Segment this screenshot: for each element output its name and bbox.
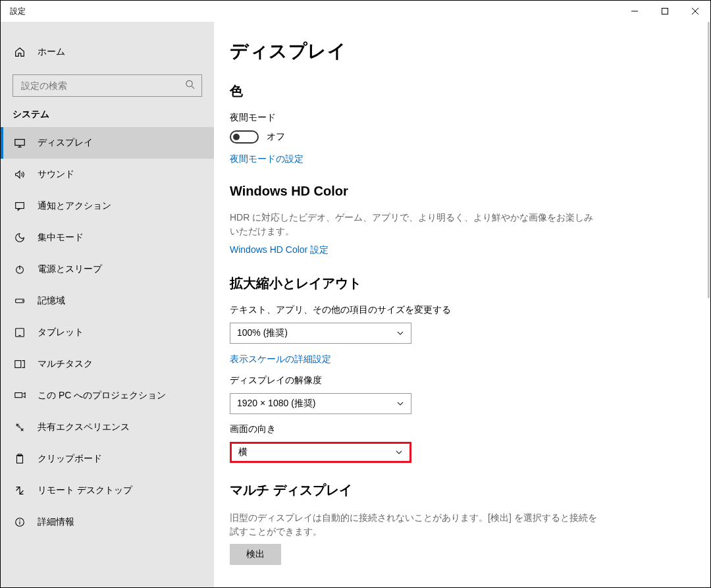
sidebar: ホーム システム ディスプレイ サウンド [1,22,214,587]
sidebar-item-projection[interactable]: この PC へのプロジェクション [1,380,214,412]
svg-point-13 [19,520,20,521]
minimize-button[interactable] [619,1,650,22]
sidebar-item-label: 集中モード [38,232,84,244]
night-mode-state: オフ [267,131,285,143]
search-wrap [1,68,214,109]
orientation-label: 画面の向き [230,423,705,435]
resolution-label: ディスプレイの解像度 [230,375,705,387]
scrollbar-thumb[interactable] [708,22,710,298]
sidebar-item-label: マルチタスク [38,358,93,370]
text-size-label: テキスト、アプリ、その他の項目のサイズを変更する [230,304,705,316]
sidebar-item-label: 通知とアクション [38,200,111,212]
home-label: ホーム [38,46,65,58]
text-size-value: 100% (推奨) [237,327,288,339]
svg-rect-10 [17,456,23,464]
hdcolor-settings-link[interactable]: Windows HD Color 設定 [230,244,329,256]
info-icon [14,516,26,528]
home-button[interactable]: ホーム [1,36,214,68]
svg-rect-2 [15,140,24,146]
resolution-dropdown[interactable]: 1920 × 1080 (推奨) [230,393,411,414]
minimize-icon [631,8,638,14]
search-box[interactable] [13,74,202,97]
sidebar-item-label: ディスプレイ [38,137,93,149]
remote-icon [14,485,26,496]
search-icon [185,80,195,92]
section-multi-heading: マルチ ディスプレイ [230,481,705,499]
body: ホーム システム ディスプレイ サウンド [1,22,710,587]
sidebar-item-sound[interactable]: サウンド [1,159,214,190]
sidebar-item-storage[interactable]: 記憶域 [1,285,214,317]
orientation-dropdown[interactable]: 横 [230,442,411,463]
night-mode-settings-link[interactable]: 夜間モードの設定 [230,153,303,165]
night-mode-label: 夜間モード [230,112,705,124]
titlebar: 設定 [1,1,710,22]
sidebar-item-shared[interactable]: 共有エクスペリエンス [1,412,214,443]
sidebar-item-label: 電源とスリープ [38,263,102,275]
sidebar-item-label: 共有エクスペリエンス [38,421,130,433]
sidebar-item-label: タブレット [38,327,84,338]
multi-desc: 旧型のディスプレイは自動的に接続されないことがあります。[検出] を選択すると接… [230,511,598,539]
storage-icon [14,295,26,307]
display-icon [14,137,26,149]
sidebar-item-label: サウンド [38,169,74,180]
multitask-icon [14,358,26,370]
text-size-dropdown[interactable]: 100% (推奨) [230,323,411,344]
content-wrap: ディスプレイ 色 夜間モード オフ 夜間モードの設定 Windows HD Co… [214,22,710,587]
close-icon [692,8,698,14]
sidebar-item-tablet[interactable]: タブレット [1,317,214,348]
page-title: ディスプレイ [230,39,705,64]
svg-rect-3 [16,203,24,209]
sidebar-item-label: クリップボード [38,453,102,465]
sidebar-item-remote[interactable]: リモート デスクトップ [1,475,214,506]
sound-icon [14,169,26,180]
resolution-value: 1920 × 1080 (推奨) [237,398,315,410]
home-icon [14,46,26,58]
svg-rect-9 [15,393,22,398]
section-color-heading: 色 [230,82,705,100]
clipboard-icon [14,453,26,465]
sidebar-item-label: リモート デスクトップ [38,485,132,496]
chevron-down-icon [395,448,403,456]
maximize-button[interactable] [650,1,680,22]
notification-icon [14,200,26,212]
sidebar-nav: ディスプレイ サウンド 通知とアクション 集中モード 電源とスリープ [1,127,214,538]
svg-rect-8 [15,361,21,368]
focus-icon [14,232,26,244]
search-input[interactable] [21,80,179,91]
hdcolor-desc: HDR に対応したビデオ、ゲーム、アプリで、より明るく、より鮮やかな画像をお楽し… [230,211,598,238]
sidebar-item-label: この PC へのプロジェクション [38,390,166,402]
sidebar-item-multitask[interactable]: マルチタスク [1,348,214,380]
sidebar-item-display[interactable]: ディスプレイ [1,127,214,159]
window-controls [619,1,710,22]
window-title: 設定 [1,6,26,17]
sidebar-category: システム [1,109,214,127]
sidebar-item-about[interactable]: 詳細情報 [1,506,214,538]
svg-point-6 [22,300,24,302]
sidebar-item-notifications[interactable]: 通知とアクション [1,190,214,222]
orientation-value: 横 [238,446,248,458]
scale-advanced-link[interactable]: 表示スケールの詳細設定 [230,354,331,365]
chevron-down-icon [396,400,404,408]
night-mode-toggle[interactable] [230,130,259,144]
maximize-icon [662,8,668,14]
scrollbar[interactable] [705,22,710,587]
sidebar-item-clipboard[interactable]: クリップボード [1,443,214,475]
detect-button-label: 検出 [246,548,265,560]
night-mode-toggle-row: オフ [230,130,705,144]
section-scale-heading: 拡大縮小とレイアウト [230,275,705,292]
shared-icon [14,421,26,433]
svg-point-1 [186,80,192,86]
sidebar-item-power[interactable]: 電源とスリープ [1,254,214,285]
chevron-down-icon [396,329,404,337]
detect-button[interactable]: 検出 [230,544,281,565]
close-button[interactable] [680,1,710,22]
settings-window: 設定 ホーム [0,0,711,588]
tablet-icon [14,327,26,338]
power-icon [14,263,26,275]
sidebar-item-focus[interactable]: 集中モード [1,222,214,254]
projection-icon [14,390,26,402]
content: ディスプレイ 色 夜間モード オフ 夜間モードの設定 Windows HD Co… [214,22,705,587]
svg-rect-0 [662,9,668,14]
sidebar-item-label: 記憶域 [38,295,65,307]
sidebar-item-label: 詳細情報 [38,516,74,528]
